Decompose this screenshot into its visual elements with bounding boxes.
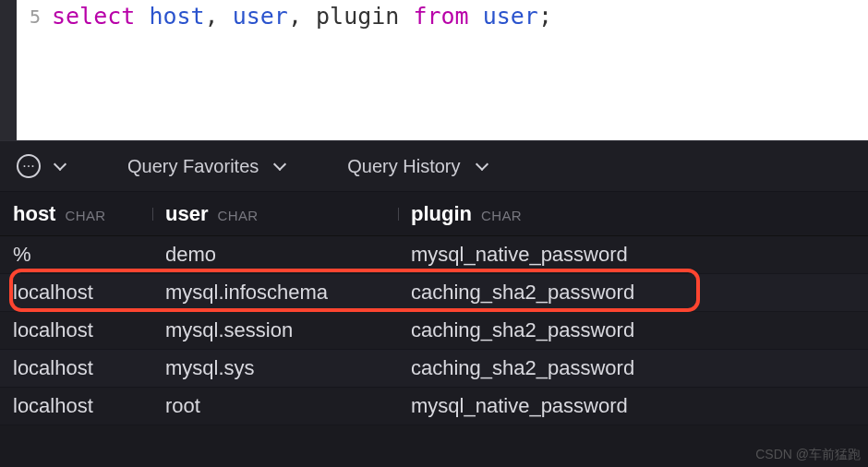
chevron-down-icon <box>273 158 286 171</box>
col-type: CHAR <box>217 208 258 223</box>
chevron-down-icon[interactable] <box>54 158 66 171</box>
cell-host: localhost <box>0 356 152 380</box>
cell-host: localhost <box>0 281 152 305</box>
cell-host: localhost <box>0 394 152 418</box>
query-history-dropdown[interactable]: Query History <box>347 156 486 177</box>
line-gutter: 5 <box>17 0 48 140</box>
table-row[interactable]: localhostmysql.infoschemacaching_sha2_pa… <box>0 274 868 312</box>
keyword-from: from <box>413 3 468 30</box>
cell-plugin: caching_sha2_password <box>398 318 747 342</box>
comma: , <box>205 3 219 30</box>
col-name: host <box>13 202 55 226</box>
cell-plugin: caching_sha2_password <box>398 356 747 380</box>
more-menu-button[interactable]: ··· <box>17 154 41 178</box>
cell-user: demo <box>152 243 398 267</box>
keyword-select: select <box>52 3 135 30</box>
table-row[interactable]: %demomysql_native_password <box>0 236 868 274</box>
ident-plugin: plugin <box>316 3 399 30</box>
sql-editor[interactable]: 5 select host, user, plugin from user; <box>0 0 868 140</box>
chevron-down-icon <box>475 158 488 171</box>
comma: , <box>288 3 302 30</box>
cell-plugin: mysql_native_password <box>398 243 747 267</box>
line-number: 5 <box>30 6 41 28</box>
favorites-label: Query Favorites <box>127 156 259 177</box>
results-toolbar: ··· Query Favorites Query History <box>0 140 868 192</box>
cell-plugin: mysql_native_password <box>398 394 747 418</box>
table-row[interactable]: localhostmysql.syscaching_sha2_password <box>0 350 868 388</box>
col-name: user <box>165 202 208 226</box>
cell-host: % <box>0 243 152 267</box>
code-area[interactable]: select host, user, plugin from user; <box>48 0 868 140</box>
semicolon: ; <box>538 3 552 30</box>
table-header: host CHAR user CHAR plugin CHAR <box>0 192 868 236</box>
cell-host: localhost <box>0 318 152 342</box>
col-plugin[interactable]: plugin CHAR <box>398 202 747 226</box>
ident-user: user <box>233 3 288 30</box>
col-user[interactable]: user CHAR <box>152 202 398 226</box>
col-type: CHAR <box>481 208 522 223</box>
ident-table: user <box>483 3 538 30</box>
col-type: CHAR <box>65 208 105 223</box>
col-name: plugin <box>411 202 472 226</box>
ident-host: host <box>149 3 204 30</box>
cell-plugin: caching_sha2_password <box>398 281 747 305</box>
cell-user: mysql.sys <box>152 356 398 380</box>
cell-user: mysql.session <box>152 318 398 342</box>
query-favorites-dropdown[interactable]: Query Favorites <box>127 156 284 177</box>
cell-user: root <box>152 394 398 418</box>
results-panel: ··· Query Favorites Query History host C… <box>0 140 868 425</box>
table-row[interactable]: localhostmysql.sessioncaching_sha2_passw… <box>0 312 868 350</box>
col-host[interactable]: host CHAR <box>0 202 152 226</box>
table-row[interactable]: localhostrootmysql_native_password <box>0 388 868 425</box>
history-label: Query History <box>347 156 460 177</box>
table-body: %demomysql_native_passwordlocalhostmysql… <box>0 236 868 425</box>
cell-user: mysql.infoschema <box>152 281 398 305</box>
watermark: CSDN @车前猛跑 <box>755 447 861 463</box>
